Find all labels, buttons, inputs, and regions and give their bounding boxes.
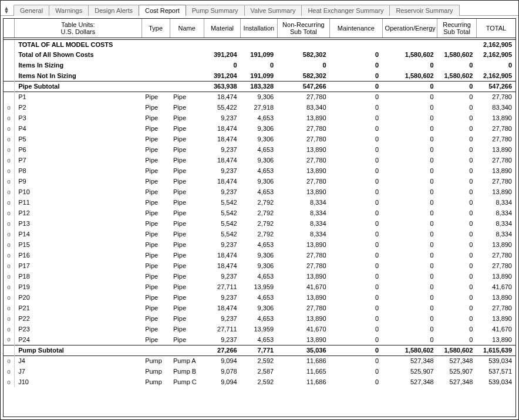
table-row[interactable]: oP16PipePipe18,4749,30627,78000027,780 bbox=[4, 250, 515, 260]
table-row[interactable]: oJ4PumpPump A9,0942,59211,6860527,348527… bbox=[4, 355, 515, 366]
cell bbox=[170, 70, 204, 81]
row-name: Pipe bbox=[170, 229, 204, 239]
table-row[interactable]: oP12PipePipe5,5422,7928,3340008,334 bbox=[4, 208, 515, 218]
col-total[interactable]: TOTAL bbox=[476, 19, 515, 39]
table-row[interactable]: oP4PipePipe18,4749,30627,78000027,780 bbox=[4, 123, 515, 134]
table-row[interactable]: oP8PipePipe9,2374,65313,89000013,890 bbox=[4, 165, 515, 176]
table-row[interactable]: oP7PipePipe18,4749,30627,78000027,780 bbox=[4, 155, 515, 165]
tab-pump-summary[interactable]: Pump Summary bbox=[186, 5, 245, 16]
collapse-button[interactable]: ▲ ▼ bbox=[2, 4, 11, 16]
cell: 0 bbox=[330, 123, 382, 134]
row-name: Pump B bbox=[170, 366, 204, 377]
row-id: P23 bbox=[15, 324, 141, 334]
table-row[interactable]: oP15PipePipe9,2374,65313,89000013,890 bbox=[4, 239, 515, 250]
cell: 13,890 bbox=[476, 292, 515, 303]
cell: 539,034 bbox=[476, 355, 515, 366]
cell: 27,780 bbox=[476, 155, 515, 165]
cell: 1,580,602 bbox=[382, 345, 437, 355]
cell: 0 bbox=[437, 324, 477, 334]
cell: 4,653 bbox=[241, 292, 277, 303]
col-units[interactable]: Table Units: U.S. Dollars bbox=[15, 19, 141, 39]
table-row[interactable]: oP17PipePipe18,4749,30627,78000027,780 bbox=[4, 260, 515, 271]
row-name: Pipe bbox=[170, 187, 204, 197]
cell: 0 bbox=[330, 334, 382, 345]
tab-reservoir-summary[interactable]: Reservoir Summary bbox=[389, 5, 459, 16]
table-row[interactable]: oP13PipePipe5,5422,7928,3340008,334 bbox=[4, 218, 515, 229]
col-recurring[interactable]: RecurringSub Total bbox=[437, 19, 477, 39]
row-type: Pump bbox=[141, 377, 170, 387]
table-row[interactable]: oP20PipePipe9,2374,65313,89000013,890 bbox=[4, 292, 515, 303]
col-type[interactable]: Type bbox=[141, 19, 170, 39]
cost-report-table: Table Units: U.S. Dollars Type Name Mate… bbox=[4, 19, 515, 387]
table-row[interactable]: oP5PipePipe18,4749,30627,78000027,780 bbox=[4, 134, 515, 144]
tab-general[interactable]: General bbox=[14, 5, 49, 16]
table-row[interactable]: Total of All Shown Costs391,204191,09958… bbox=[4, 49, 515, 60]
cell: 547,266 bbox=[476, 81, 515, 92]
cell: 0 bbox=[382, 144, 437, 155]
tab-design-alerts[interactable]: Design Alerts bbox=[88, 5, 139, 16]
cell: 1,615,639 bbox=[476, 345, 515, 355]
col-marker[interactable] bbox=[4, 19, 15, 39]
cell: 0 bbox=[437, 218, 477, 229]
tab-warnings[interactable]: Warnings bbox=[49, 5, 89, 16]
col-installation[interactable]: Installation bbox=[241, 19, 277, 39]
table-row[interactable]: Items In Sizing0000000 bbox=[4, 60, 515, 70]
table-row[interactable]: oP21PipePipe18,4749,30627,78000027,780 bbox=[4, 303, 515, 313]
table-row[interactable]: oP14PipePipe5,5422,7928,3340008,334 bbox=[4, 229, 515, 239]
cell bbox=[4, 345, 15, 355]
row-id: P14 bbox=[15, 229, 141, 239]
cell: 0 bbox=[330, 313, 382, 324]
table-row[interactable]: oP3PipePipe9,2374,65313,89000013,890 bbox=[4, 113, 515, 123]
table-row[interactable]: Pump Subtotal27,2667,77135,03601,580,602… bbox=[4, 345, 515, 355]
cell: 13,890 bbox=[476, 144, 515, 155]
col-operation[interactable]: Operation/Energy bbox=[382, 19, 437, 39]
cell: 363,938 bbox=[204, 81, 240, 92]
table-row[interactable]: oP11PipePipe5,5422,7928,3340008,334 bbox=[4, 197, 515, 208]
cell: 2,792 bbox=[241, 229, 277, 239]
cell: 0 bbox=[437, 155, 477, 165]
cell: 9,306 bbox=[241, 250, 277, 260]
row-id: P19 bbox=[15, 282, 141, 292]
table-row[interactable]: oP23PipePipe27,71113,95941,67000041,670 bbox=[4, 324, 515, 334]
table-scroll[interactable]: Table Units: U.S. Dollars Type Name Mate… bbox=[3, 18, 516, 417]
cell: 18,474 bbox=[204, 92, 240, 102]
table-row[interactable]: P1PipePipe18,4749,30627,78000027,780 bbox=[4, 92, 515, 102]
table-row[interactable]: TOTAL OF ALL MODEL COSTS2,162,905 bbox=[4, 39, 515, 49]
table-row[interactable]: oP24PipePipe9,2374,65313,89000013,890 bbox=[4, 334, 515, 345]
cell: 0 bbox=[330, 113, 382, 123]
table-row[interactable]: oP10PipePipe9,2374,65313,89000013,890 bbox=[4, 187, 515, 197]
cell: 9,237 bbox=[204, 187, 240, 197]
cell: 0 bbox=[330, 134, 382, 144]
cell: 9,094 bbox=[204, 377, 240, 387]
cell: 4,653 bbox=[241, 113, 277, 123]
cell: 18,474 bbox=[204, 155, 240, 165]
tab-cost-report[interactable]: Cost Report bbox=[139, 5, 186, 16]
row-marker: o bbox=[4, 366, 15, 377]
cell: 8,334 bbox=[476, 218, 515, 229]
table-row[interactable]: oP19PipePipe27,71113,95941,67000041,670 bbox=[4, 282, 515, 292]
row-id: J7 bbox=[15, 366, 141, 377]
table-row[interactable]: Pipe Subtotal363,938183,328547,266000547… bbox=[4, 81, 515, 92]
cell: 1,580,602 bbox=[382, 49, 437, 60]
cell: 8,334 bbox=[277, 208, 329, 218]
table-row[interactable]: oP22PipePipe9,2374,65313,89000013,890 bbox=[4, 313, 515, 324]
cell: 8,334 bbox=[476, 229, 515, 239]
col-name[interactable]: Name bbox=[170, 19, 204, 39]
row-marker: o bbox=[4, 123, 15, 134]
table-row[interactable]: Items Not In Sizing391,204191,099582,302… bbox=[4, 70, 515, 81]
cell: 525,907 bbox=[437, 366, 477, 377]
col-material[interactable]: Material bbox=[204, 19, 240, 39]
tab-heat-exchanger-summary[interactable]: Heat Exchanger Summary bbox=[301, 5, 390, 16]
table-row[interactable]: oJ10PumpPump C9,0942,59211,6860527,34852… bbox=[4, 377, 515, 387]
table-row[interactable]: oP2PipePipe55,42227,91883,34000083,340 bbox=[4, 102, 515, 113]
tab-valve-summary[interactable]: Valve Summary bbox=[244, 5, 302, 16]
cell: 0 bbox=[437, 208, 477, 218]
table-row[interactable]: oP6PipePipe9,2374,65313,89000013,890 bbox=[4, 144, 515, 155]
cell: 0 bbox=[330, 229, 382, 239]
col-maintenance[interactable]: Maintenance bbox=[330, 19, 382, 39]
col-nonrecurring[interactable]: Non-RecurringSub Total bbox=[277, 19, 329, 39]
table-row[interactable]: oP9PipePipe18,4749,30627,78000027,780 bbox=[4, 176, 515, 187]
table-row[interactable]: oP18PipePipe9,2374,65313,89000013,890 bbox=[4, 271, 515, 282]
cell: 0 bbox=[437, 144, 477, 155]
table-row[interactable]: oJ7PumpPump B9,0782,58711,6650525,907525… bbox=[4, 366, 515, 377]
